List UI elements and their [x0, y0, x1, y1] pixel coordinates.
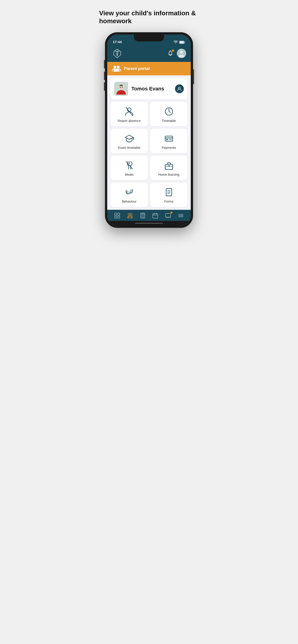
battery-icon: [179, 41, 185, 44]
school-logo: [112, 48, 123, 59]
svg-point-45: [142, 216, 143, 216]
svg-rect-37: [118, 213, 120, 215]
svg-rect-39: [118, 216, 120, 218]
menu-item-home-learning[interactable]: Home learning: [150, 156, 187, 180]
nav-item-grid[interactable]: [114, 212, 120, 218]
user-avatar[interactable]: [177, 49, 186, 58]
svg-rect-54: [165, 214, 171, 217]
parent-portal-label: Parent portal: [124, 66, 150, 71]
menu-grid: Report absence Timetable: [111, 102, 187, 207]
fork-knife-icon: [124, 160, 134, 170]
svg-rect-43: [141, 214, 144, 215]
svg-point-8: [117, 66, 120, 68]
svg-point-48: [142, 217, 143, 218]
svg-line-16: [126, 107, 133, 116]
parent-portal-banner: Parent portal: [107, 62, 191, 75]
svg-point-6: [180, 50, 183, 54]
notification-bell[interactable]: [167, 50, 174, 56]
svg-point-46: [143, 216, 144, 216]
nav-item-calculator[interactable]: [140, 212, 146, 218]
graduation-icon: [124, 133, 134, 144]
menu-item-forms[interactable]: Forms: [150, 182, 187, 207]
status-icons: [174, 40, 185, 44]
svg-rect-25: [169, 139, 172, 140]
svg-rect-24: [166, 139, 168, 140]
svg-rect-22: [165, 136, 173, 141]
menu-item-label: Forms: [164, 200, 174, 203]
menu-item-exam-timetable[interactable]: Exam timetable: [111, 129, 148, 153]
menu-item-timetable[interactable]: Timetable: [150, 102, 187, 126]
home-indicator: [107, 221, 191, 226]
svg-rect-1: [180, 41, 184, 43]
status-time: 17:44: [113, 40, 122, 44]
nav-item-parent-portal[interactable]: [127, 212, 133, 218]
svg-point-13: [122, 87, 123, 88]
page-wrapper: View your child's information & homework…: [95, 5, 203, 235]
student-photo: [114, 82, 128, 96]
nav-item-calendar[interactable]: [152, 212, 158, 218]
nav-item-messages[interactable]: [165, 212, 171, 218]
no-person-icon: [124, 106, 134, 116]
svg-rect-36: [115, 213, 117, 215]
briefcase-icon: [164, 160, 174, 170]
student-name: Tomos Evans: [131, 86, 164, 92]
svg-line-19: [169, 112, 171, 112]
menu-item-label: Report absence: [118, 119, 141, 123]
document-icon: [164, 187, 174, 197]
menu-item-label: Exam timetable: [118, 146, 140, 150]
notch: [134, 34, 164, 42]
menu-item-label: Home learning: [158, 173, 179, 176]
header-right: [167, 49, 186, 58]
menu-item-behaviour[interactable]: Behaviour: [111, 182, 148, 207]
wifi-icon: [174, 40, 178, 44]
svg-point-47: [141, 217, 142, 218]
svg-rect-29: [165, 164, 173, 170]
parent-portal-icon: [112, 65, 121, 72]
student-card[interactable]: Tomos Evans: [111, 78, 187, 100]
svg-point-44: [141, 216, 142, 216]
svg-point-49: [143, 217, 144, 218]
svg-point-3: [117, 54, 118, 56]
svg-point-40: [128, 214, 130, 215]
student-profile-button[interactable]: [175, 84, 184, 93]
svg-point-12: [120, 87, 121, 88]
notification-dot: [172, 50, 174, 52]
student-info: Tomos Evans: [114, 82, 164, 96]
svg-point-14: [178, 87, 180, 89]
bottom-navigation: [107, 210, 191, 221]
menu-item-report-absence[interactable]: Report absence: [111, 102, 148, 126]
phone-screen: 17:44: [107, 34, 191, 226]
menu-item-meals[interactable]: Meals: [111, 156, 148, 180]
menu-item-label: Timetable: [162, 119, 176, 123]
app-header: [107, 46, 191, 62]
messages-badge: [171, 212, 172, 214]
card-icon: [164, 133, 174, 144]
home-bar: [135, 223, 163, 224]
menu-item-label: Behaviour: [122, 200, 136, 203]
content-area: Tomos Evans: [107, 75, 191, 210]
svg-rect-38: [115, 216, 117, 218]
masks-icon: [124, 187, 134, 197]
menu-item-label: Payments: [162, 146, 176, 150]
clock-icon: [164, 106, 174, 116]
phone-shell: 17:44: [105, 32, 193, 228]
page-headline: View your child's information & homework: [99, 9, 199, 25]
nav-item-menu[interactable]: [178, 212, 184, 218]
svg-rect-50: [153, 214, 158, 218]
svg-point-7: [114, 66, 116, 68]
menu-item-label: Meals: [125, 173, 133, 176]
menu-item-payments[interactable]: Payments: [150, 129, 187, 153]
svg-point-41: [130, 214, 132, 215]
